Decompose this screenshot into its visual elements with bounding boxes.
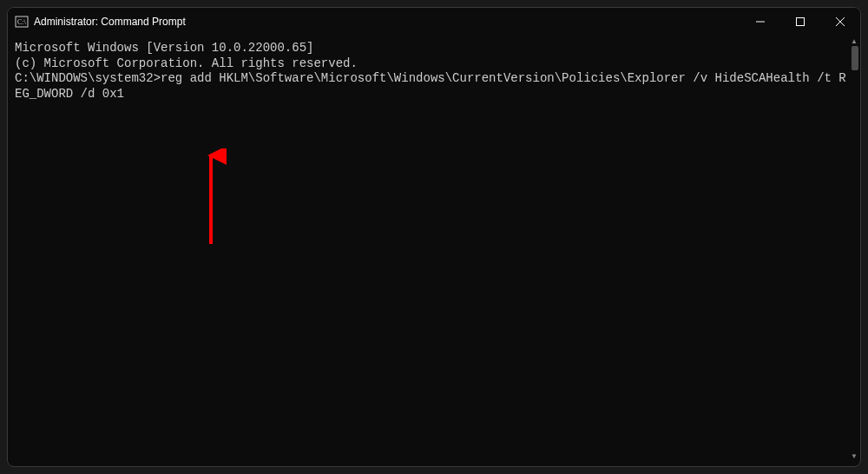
annotation-arrow-icon [201, 148, 227, 253]
scrollbar-thumb[interactable] [852, 46, 858, 70]
close-button[interactable] [820, 8, 860, 36]
cmd-icon: C:\ [15, 15, 29, 29]
svg-text:C:\: C:\ [17, 18, 27, 26]
terminal-output[interactable]: Microsoft Windows [Version 10.0.22000.65… [8, 36, 860, 466]
window-controls [740, 8, 860, 36]
copyright-line: (c) Microsoft Corporation. All rights re… [15, 56, 853, 72]
command-prompt-window: C:\ Administrator: Command Prompt [7, 7, 861, 467]
minimize-button[interactable] [740, 8, 780, 36]
window-title: Administrator: Command Prompt [34, 16, 186, 28]
titlebar[interactable]: C:\ Administrator: Command Prompt [8, 8, 860, 36]
version-line: Microsoft Windows [Version 10.0.22000.65… [15, 41, 853, 56]
titlebar-left: C:\ Administrator: Command Prompt [15, 15, 186, 29]
scrollbar-up-icon[interactable]: ▲ [850, 37, 858, 46]
scrollbar-down-icon[interactable]: ▼ [850, 452, 858, 461]
maximize-button[interactable] [780, 8, 820, 36]
svg-rect-3 [797, 18, 805, 26]
command-input-line: C:\WINDOWS\system32>reg add HKLM\Softwar… [15, 71, 853, 102]
